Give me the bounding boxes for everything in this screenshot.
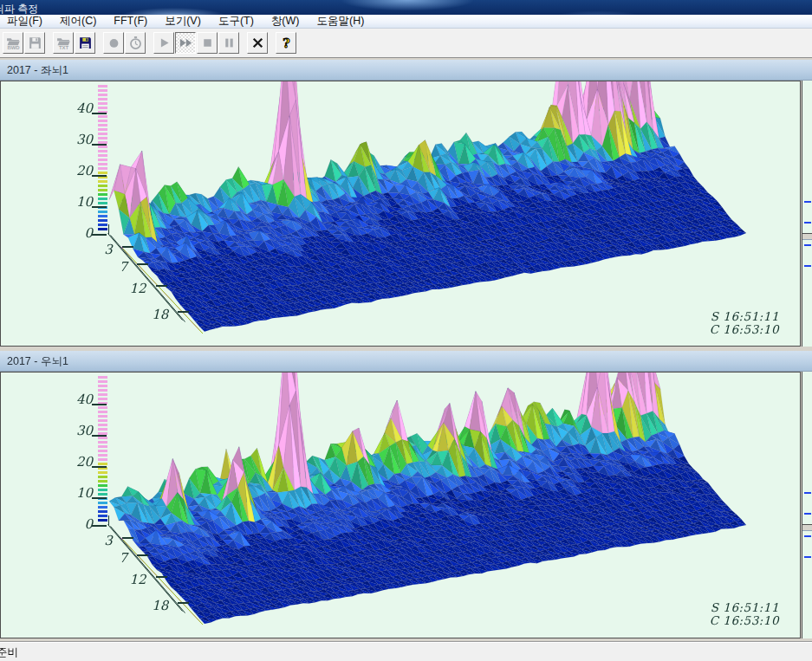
svg-text:TXT: TXT	[58, 45, 68, 50]
save-bwd-button[interactable]	[24, 32, 45, 54]
surface-plot-canvas	[1, 373, 800, 638]
clipped-chart-window[interactable]	[802, 81, 812, 347]
panel-titlebar-right-brain[interactable]: 2017 - 우뇌1	[0, 351, 812, 372]
floppy-icon	[28, 36, 42, 50]
play-button[interactable]	[153, 32, 174, 54]
svg-text:BWD: BWD	[7, 45, 20, 50]
close-x-icon	[250, 36, 265, 50]
menu-item-view[interactable]: 보기(V)	[156, 15, 210, 28]
timer-button[interactable]	[125, 32, 146, 54]
clipped-trace-dash	[804, 492, 811, 494]
window-titlebar[interactable]: 뇌파 측정	[0, 0, 812, 15]
surface-plot-canvas	[1, 81, 800, 346]
fast-forward-icon	[179, 36, 193, 50]
time-stamps: S 16:51:11 C 16:53:10	[710, 310, 779, 336]
panel-titlebar-left-brain[interactable]: 2017 - 좌뇌1	[0, 60, 812, 81]
play-icon	[157, 36, 172, 50]
stop-button[interactable]	[197, 32, 218, 54]
close-window-button[interactable]	[247, 32, 268, 54]
menu-item-tools[interactable]: 도구(T)	[210, 15, 263, 28]
open-bwd-button[interactable]: BWD	[3, 32, 23, 54]
application-window: 뇌파 측정 파일(F)제어(C)FFT(F)보기(V)도구(T)창(W)도움말(…	[0, 0, 812, 661]
folder-open-icon: BWD	[6, 36, 21, 50]
clipped-trace-dash	[804, 244, 811, 246]
status-text: 준비	[0, 645, 18, 660]
menu-item-help[interactable]: 도움말(H)	[308, 15, 373, 28]
clipped-window-divider	[802, 233, 812, 240]
menu-item-fft[interactable]: FFT(F)	[105, 15, 156, 28]
clipped-trace-dash	[804, 556, 811, 558]
fast-forward-button[interactable]	[175, 32, 196, 54]
pause-icon	[222, 36, 237, 50]
time-stamps: S 16:51:11 C 16:53:10	[710, 601, 779, 627]
menu-item-window[interactable]: 창(W)	[263, 15, 309, 28]
clipped-trace-dash	[804, 201, 811, 203]
status-bar: 준비	[0, 641, 812, 661]
mdi-workspace: 2017 - 좌뇌1 010203040371218 S 16:51:11 C …	[0, 58, 812, 641]
record-button[interactable]	[103, 32, 124, 54]
save-txt-button[interactable]	[75, 32, 95, 54]
start-time: S 16:51:11	[710, 310, 779, 323]
start-time: S 16:51:11	[710, 601, 779, 614]
clipped-window-divider	[802, 524, 812, 531]
capture-time: C 16:53:10	[710, 614, 779, 627]
clipped-trace-dash	[804, 265, 811, 267]
pause-button[interactable]	[218, 32, 239, 54]
clipped-trace-dash	[804, 535, 811, 537]
stop-icon	[200, 36, 215, 50]
stopwatch-icon	[128, 36, 143, 50]
chart-area-left-brain: 010203040371218 S 16:51:11 C 16:53:10	[0, 81, 801, 347]
clipped-trace-dash	[804, 513, 811, 515]
folder-open-icon: TXT	[56, 36, 71, 50]
clipped-chart-window[interactable]	[802, 372, 812, 638]
help-question-icon: ?	[279, 36, 294, 50]
menu-item-file[interactable]: 파일(F)	[0, 15, 51, 28]
help-button[interactable]: ?	[276, 32, 296, 54]
toolbar: BWD TXT ?	[0, 29, 812, 58]
panel-title: 2017 - 우뇌1	[7, 354, 68, 369]
svg-text:?: ?	[283, 36, 289, 50]
panel-title: 2017 - 좌뇌1	[7, 63, 68, 78]
open-txt-button[interactable]: TXT	[53, 32, 74, 54]
floppy-color-icon	[78, 36, 93, 50]
menu-bar: 파일(F)제어(C)FFT(F)보기(V)도구(T)창(W)도움말(H)	[0, 15, 812, 29]
capture-time: C 16:53:10	[710, 323, 779, 336]
chart-area-right-brain: 010203040371218 S 16:51:11 C 16:53:10	[0, 372, 801, 638]
menu-item-control[interactable]: 제어(C)	[51, 15, 105, 28]
record-dot-icon	[107, 36, 121, 50]
clipped-trace-dash	[804, 222, 811, 224]
window-title: 뇌파 측정	[0, 2, 38, 15]
